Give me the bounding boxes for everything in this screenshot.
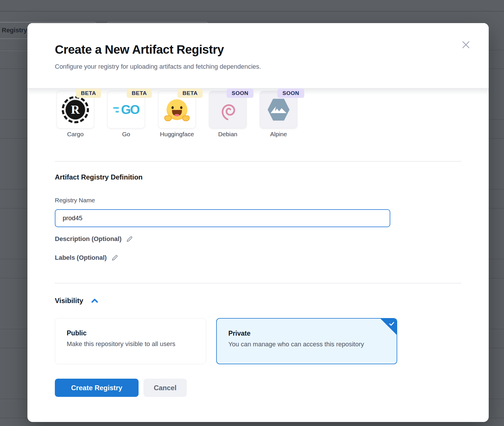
private-option-title: Private (228, 330, 251, 337)
soon-badge: SOON (227, 89, 253, 98)
soon-badge: SOON (277, 89, 304, 98)
pencil-icon (111, 254, 119, 261)
description-optional-label: Description (Optional) (55, 235, 122, 243)
pencil-icon (126, 235, 133, 243)
section-divider (55, 161, 461, 162)
visibility-option-private[interactable]: Private You can manage who can access th… (216, 318, 397, 364)
close-icon (462, 40, 470, 49)
visibility-section-heading: Visibility (55, 297, 83, 305)
backdrop-registry-column-header: Registry (2, 27, 27, 34)
modal-header: Create a New Artifact Registry Configure… (27, 23, 489, 88)
go-logo-icon: GO (113, 102, 139, 117)
modal-title: Create a New Artifact Registry (55, 43, 224, 57)
public-option-description: Make this repository visible to all user… (67, 340, 176, 348)
alpine-hexagon-icon (266, 97, 291, 123)
chevron-up-icon (91, 298, 98, 304)
labels-optional-label: Labels (Optional) (55, 254, 107, 261)
create-registry-modal: R GO (27, 23, 489, 422)
modal-subtitle: Configure your registry for uploading ar… (55, 63, 261, 70)
check-icon (388, 320, 395, 327)
edit-labels-button[interactable] (111, 254, 119, 261)
registry-type-label-huggingface: Huggingface (152, 131, 202, 138)
registry-type-label-alpine: Alpine (253, 131, 304, 138)
huggingface-face-icon (167, 99, 187, 120)
registry-name-label: Registry Name (55, 197, 95, 204)
private-option-description: You can manage who can access this repos… (228, 341, 364, 348)
selected-corner-badge (380, 318, 397, 335)
debian-swirl-icon (215, 96, 240, 124)
backdrop-topbar-divider (0, 11, 504, 12)
registry-type-label-go: Go (101, 131, 152, 138)
public-option-title: Public (67, 329, 87, 337)
cancel-button[interactable]: Cancel (143, 379, 187, 397)
close-modal-button[interactable] (461, 40, 471, 50)
edit-description-button[interactable] (126, 235, 133, 243)
beta-badge: BETA (76, 89, 101, 98)
visibility-option-public[interactable]: Public Make this repository visible to a… (55, 318, 206, 364)
create-registry-button[interactable]: Create Registry (55, 379, 139, 397)
rust-logo-icon: R (62, 96, 89, 123)
beta-badge: BETA (127, 89, 152, 98)
section-divider (55, 283, 461, 283)
registry-name-input[interactable] (55, 209, 390, 227)
registry-type-label-debian: Debian (202, 131, 253, 138)
beta-badge: BETA (178, 89, 203, 98)
collapse-visibility-button[interactable] (91, 297, 99, 304)
registry-type-label-cargo: Cargo (50, 131, 101, 138)
definition-section-heading: Artifact Registry Definition (55, 173, 143, 181)
